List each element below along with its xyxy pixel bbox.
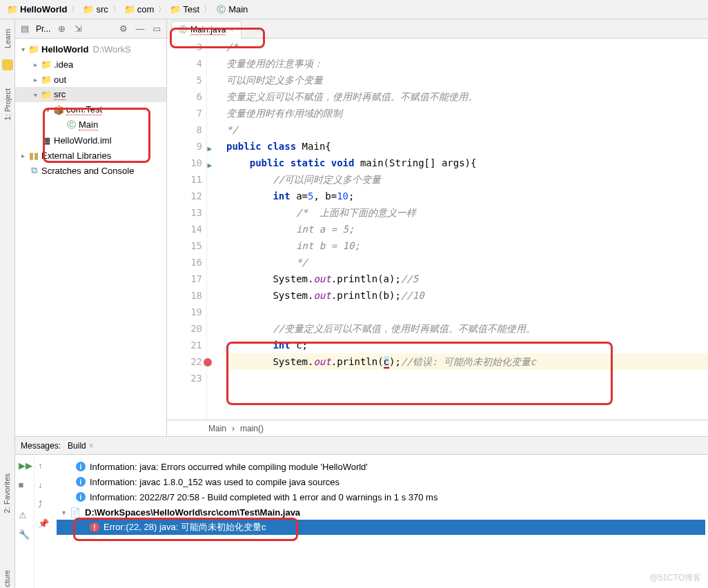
folder-icon: 📁 (170, 4, 181, 15)
code-line[interactable]: System.out.println(b);//10 (226, 287, 708, 304)
code-line[interactable]: int a = 5; (226, 221, 708, 237)
tree-scratches[interactable]: ⧉ Scratches and Console (15, 163, 166, 178)
hide-icon[interactable]: ▭ (151, 23, 162, 35)
breadcrumb-item[interactable]: ⒸMain (213, 3, 250, 17)
messages-body[interactable]: iInformation: java: Errors occurred whil… (54, 455, 708, 588)
crumb-class[interactable]: Main (208, 424, 226, 433)
code-line[interactable]: int a=5, b=10; (226, 188, 708, 204)
tree-pkg[interactable]: ▾ 📦 com.Test (15, 102, 166, 117)
chevron-icon: 〉 (158, 4, 166, 14)
sidetab-learn[interactable]: Learn (2, 23, 13, 54)
breadcrumb: 📁HelloWorld〉📁src〉📁com〉📁Test〉ⒸMain (0, 0, 708, 19)
package-icon: 📦 (52, 105, 65, 115)
side-tabs-left: Learn 1: Project 2: Favorites cture (0, 19, 15, 588)
error-icon: ! (90, 522, 99, 532)
code-line[interactable]: 可以同时定义多个变量 (226, 72, 708, 88)
messages-title: Messages: (21, 441, 61, 451)
breadcrumb-item[interactable]: 📁HelloWorld (4, 3, 70, 17)
up-icon[interactable]: ↑ (38, 460, 50, 473)
code-editor[interactable]: 3456789▶10▶11121314151617181920212223 /*… (167, 39, 708, 420)
tree-main-class[interactable]: Ⓒ Main (15, 117, 166, 133)
close-icon[interactable]: × (229, 25, 234, 35)
pin-icon[interactable]: 📌 (38, 518, 50, 531)
warning-icon[interactable]: ⚠ (19, 510, 31, 522)
code-line[interactable]: System.out.println(c);//错误: 可能尚未初始化变量c (226, 353, 708, 370)
export-icon[interactable]: ⤴ (38, 499, 50, 511)
folder-icon: 📁 (83, 4, 94, 15)
down-icon[interactable]: ↓ (38, 480, 50, 492)
chevron-icon: › (232, 424, 235, 433)
code-line[interactable]: int b = 10; (226, 237, 708, 254)
message-row[interactable]: iInformation: 2022/8/7 20:58 - Build com… (57, 489, 705, 504)
breadcrumb-item[interactable]: 📁src (80, 3, 110, 17)
code-line[interactable]: //可以同时定义多个变量 (226, 171, 708, 188)
stop-icon[interactable]: ■ (19, 480, 31, 492)
file-tab-main[interactable]: Ⓒ Main.java × (171, 21, 242, 39)
project-view-icon[interactable]: ▤ (19, 23, 30, 35)
gear-icon[interactable]: ⚙ (118, 23, 129, 35)
tree-ext-lib[interactable]: ▸ ▮▮ External Libraries (15, 148, 166, 163)
info-icon: i (76, 477, 86, 487)
sidetab-project[interactable]: 1: Project (2, 83, 13, 126)
project-pane-header: ▤ Pr... ⊕ ⇲ ⚙ — ▭ (15, 19, 166, 39)
breadcrumb-item[interactable]: 📁Test (167, 3, 202, 17)
expand-icon[interactable]: ⇲ (72, 23, 83, 35)
tree-src[interactable]: ▾ 📁 src (15, 87, 166, 102)
wrench-icon[interactable]: 🔧 (19, 529, 31, 542)
code-line[interactable]: System.out.println(a);//5 (226, 271, 708, 287)
messages-toolbar: ▶▶ ■ ⚠ 🔧 (15, 455, 35, 588)
tree-root[interactable]: ▾ 📁 HelloWorld D:\WorkS (15, 41, 166, 57)
code-line[interactable] (226, 370, 708, 386)
code-line[interactable]: 变量使用的注意事项： (226, 55, 708, 72)
code-line[interactable] (226, 304, 708, 320)
code-line[interactable]: 变量定义后可以不赋值，使用时再赋值。不赋值不能使用。 (226, 88, 708, 105)
sidetab-favorites[interactable]: 2: Favorites (1, 468, 12, 518)
chevron-icon: 〉 (71, 4, 79, 14)
messages-tab-build[interactable]: Build × (68, 441, 94, 451)
code-line[interactable]: public static void main(String[] args){ (226, 155, 708, 171)
message-row[interactable]: !Error:(22, 28) java: 可能尚未初始化变量c (57, 520, 705, 535)
project-icon: 📁 (28, 44, 40, 55)
messages-pane: Messages: Build × ▶▶ ■ ⚠ 🔧 ↑ ↓ ⤴ 📌 iInfo… (15, 436, 708, 588)
main-area: ▤ Pr... ⊕ ⇲ ⚙ — ▭ ▾ 📁 HelloWorld D:\Work… (15, 19, 708, 436)
code-line[interactable]: /* (226, 39, 708, 55)
collapse-icon[interactable]: — (135, 23, 146, 35)
code-line[interactable]: //变量定义后可以不赋值，使用时再赋值。不赋值不能使用。 (226, 320, 708, 337)
class-icon: Ⓒ (215, 4, 226, 15)
sidetab-structure[interactable]: cture (1, 565, 12, 588)
folder-icon: 📁 (124, 4, 135, 15)
code-line[interactable]: */ (226, 254, 708, 271)
project-pane: ▤ Pr... ⊕ ⇲ ⚙ — ▭ ▾ 📁 HelloWorld D:\Work… (15, 19, 167, 436)
code-line[interactable]: /* 上面和下面的意义一样 (226, 204, 708, 221)
watermark: @51CTO博客 (649, 572, 701, 584)
src-folder-icon: 📁 (40, 90, 52, 100)
code-lines[interactable]: /*变量使用的注意事项：可以同时定义多个变量变量定义后可以不赋值，使用时再赋值。… (218, 39, 708, 420)
breadcrumb-item[interactable]: 📁com (121, 3, 157, 17)
folder-icon: 📁 (40, 75, 52, 85)
tree-out[interactable]: ▸ 📁 out (15, 72, 166, 87)
code-line[interactable]: */ (226, 121, 708, 138)
class-icon: Ⓒ (65, 119, 77, 131)
project-tree[interactable]: ▾ 📁 HelloWorld D:\WorkS ▸ 📁 .idea ▸ 📁 ou… (15, 39, 166, 436)
message-row[interactable]: ▾📄D:\WorkSpaces\HelloWorld\src\com\Test\… (57, 504, 705, 520)
tree-idea[interactable]: ▸ 📁 .idea (15, 57, 166, 72)
scratches-icon: ⧉ (28, 165, 40, 176)
project-pane-title: Pr... (36, 24, 50, 34)
rerun-icon[interactable]: ▶▶ (19, 460, 31, 473)
message-row[interactable]: iInformation: javac 1.8.0_152 was used t… (57, 474, 705, 489)
library-icon: ▮▮ (28, 150, 40, 161)
info-icon: i (76, 492, 86, 502)
close-icon[interactable]: × (89, 441, 94, 451)
file-icon: ▦ (40, 135, 52, 146)
class-icon: Ⓒ (179, 24, 187, 36)
learn-icon (2, 59, 13, 70)
messages-toolbar2: ↑ ↓ ⤴ 📌 (35, 455, 54, 588)
target-icon[interactable]: ⊕ (56, 23, 67, 35)
code-line[interactable]: public class Main{ (226, 138, 708, 155)
code-line[interactable]: 变量使用时有作用域的限制 (226, 105, 708, 121)
code-line[interactable]: int c; (226, 337, 708, 353)
crumb-method[interactable]: main() (240, 424, 264, 433)
tree-iml[interactable]: ▦ HelloWorld.iml (15, 133, 166, 148)
message-row[interactable]: iInformation: java: Errors occurred whil… (57, 459, 705, 474)
messages-header: Messages: Build × (15, 437, 708, 455)
